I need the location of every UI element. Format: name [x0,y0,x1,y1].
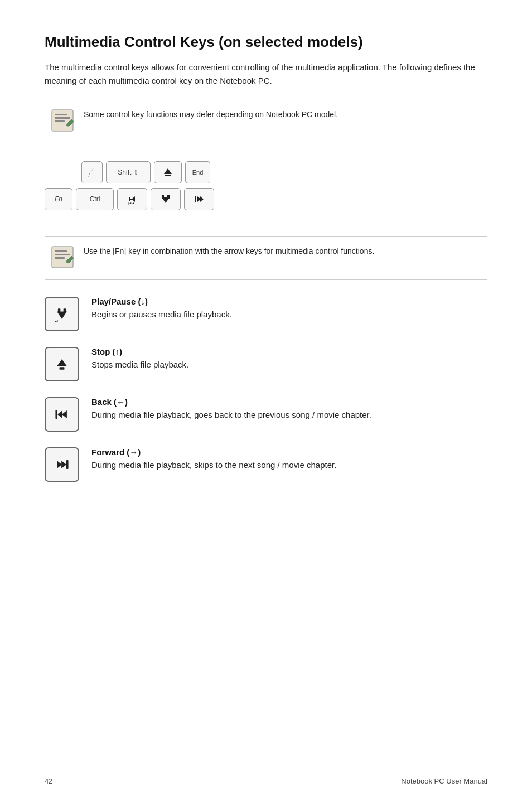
control-item-forward: Forward (→) During media file playback, … [45,447,487,482]
svg-marker-33 [57,461,62,468]
svg-marker-24 [57,312,67,319]
key-right-forward [184,188,214,210]
note-text-1: Some control key functions may defer dep… [84,108,338,120]
play-pause-body: Begins or pauses media file playback. [91,308,232,321]
svg-marker-34 [61,461,66,468]
stop-description: Stop (↑) Stops media file playback. [91,347,188,371]
control-item-play-pause: ►II Play/Pause (↓) Begins or pauses medi… [45,297,487,331]
divider-1 [45,226,487,226]
intro-paragraph: The multimedia control keys allows for c… [45,61,487,88]
keyboard-diagram: ? / + Shift ⇧ End Fn Ctrl [45,156,487,216]
control-list: ►II Play/Pause (↓) Begins or pauses medi… [45,297,487,482]
forward-key-box [45,447,79,482]
forward-description: Forward (→) During media file playback, … [91,447,336,472]
svg-text:|◄◄: |◄◄ [128,201,134,205]
control-item-stop: Stop (↑) Stops media file playback. [45,347,487,381]
key-shift: Shift ⇧ [106,161,151,183]
svg-marker-6 [164,168,172,174]
key-slash: ? / + [81,161,103,183]
svg-marker-30 [62,410,67,418]
key-left-back: |◄◄ [117,188,147,210]
manual-title: Notebook PC User Manual [401,777,487,785]
note-box-1: Some control key functions may defer dep… [45,100,487,143]
stop-key-box [45,347,79,381]
play-pause-key-box: ►II [45,297,79,331]
note-box-2: Use the [Fn] key in combination with the… [45,236,487,280]
key-down-playpause [151,188,181,210]
back-body: During media file playback, goes back to… [91,409,371,422]
stop-body: Stops media file playback. [91,359,188,371]
back-key-box [45,397,79,432]
svg-text:►II: ►II [55,320,59,323]
back-description: Back (←) During media file playback, goe… [91,397,371,422]
key-fn: Fn [45,188,72,210]
page-footer: 42 Notebook PC User Manual [45,771,487,785]
note-icon-2 [50,245,75,272]
page-title: Multimedia Control Keys (on selected mod… [45,33,487,51]
svg-rect-14 [167,195,170,199]
page-number: 42 [45,777,52,785]
svg-marker-31 [57,410,62,418]
svg-rect-7 [165,175,171,176]
forward-title: Forward (→) [91,447,336,457]
svg-rect-29 [60,367,65,369]
svg-rect-2 [55,117,70,119]
key-up-stop [154,161,182,183]
stop-title: Stop (↑) [91,347,188,356]
svg-rect-20 [55,254,70,255]
control-item-back: Back (←) During media file playback, goe… [45,397,487,432]
note-text-2: Use the [Fn] key in combination with the… [84,245,374,257]
svg-rect-21 [55,257,65,259]
keyboard-row-1: ? / + Shift ⇧ End [45,161,487,183]
svg-rect-25 [58,308,60,312]
svg-rect-26 [64,308,66,312]
key-end: End [185,161,210,183]
play-pause-title: Play/Pause (↓) [91,297,232,306]
back-title: Back (←) [91,397,371,407]
forward-body: During media file playback, skips to the… [91,459,336,472]
key-ctrl: Ctrl [76,188,114,210]
svg-rect-3 [55,120,65,122]
svg-rect-19 [55,250,67,252]
svg-rect-13 [162,195,164,199]
svg-marker-16 [200,196,204,202]
keyboard-row-2: Fn Ctrl |◄◄ [45,188,487,210]
svg-marker-28 [57,359,67,366]
note-icon-1 [50,108,75,135]
svg-rect-35 [66,460,69,469]
play-pause-description: Play/Pause (↓) Begins or pauses media fi… [91,297,232,321]
svg-rect-32 [55,410,57,419]
svg-rect-1 [55,114,67,115]
